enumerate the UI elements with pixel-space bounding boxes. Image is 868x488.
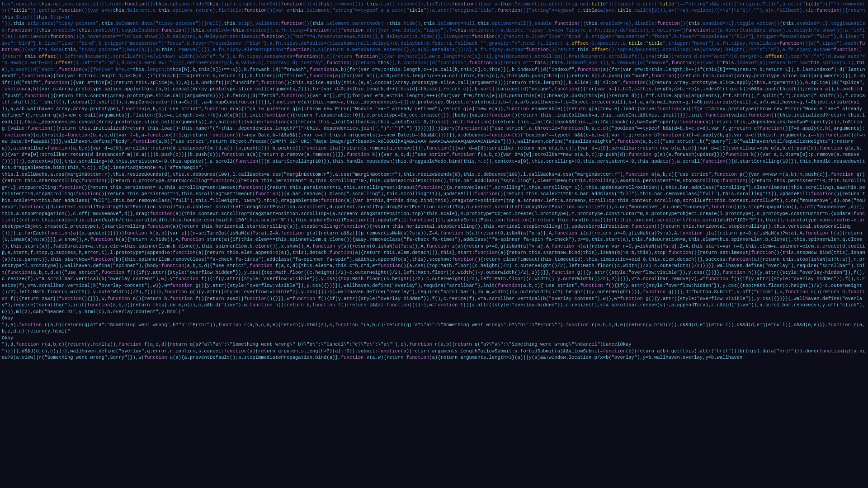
code-content: ble",opacity:this.options.opacity}}}),hi… [0, 0, 868, 488]
code-background: ble",opacity:this.options.opacity}}}),hi… [0, 0, 868, 488]
